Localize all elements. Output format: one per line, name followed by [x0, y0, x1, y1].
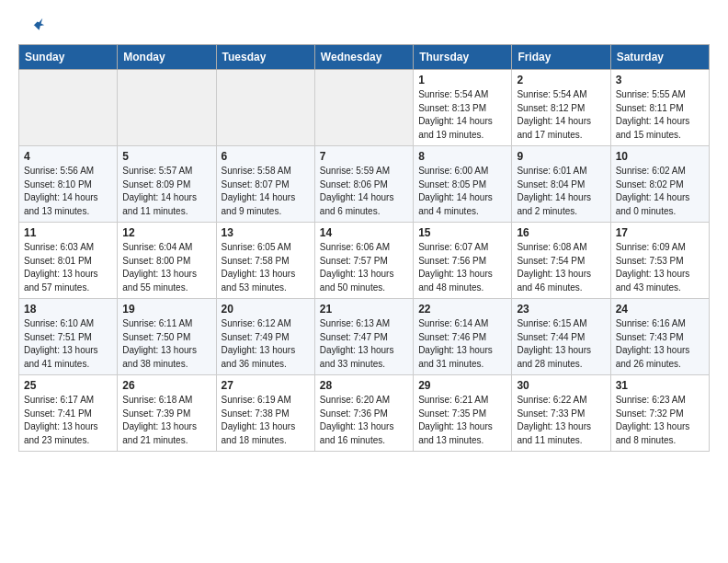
header-sunday: Sunday — [19, 45, 118, 70]
day-number: 8 — [418, 150, 506, 163]
day-number: 28 — [320, 379, 408, 392]
day-info: Sunrise: 6:02 AMSunset: 8:02 PMDaylight:… — [616, 165, 704, 218]
day-number: 18 — [24, 303, 112, 316]
day-info: Sunrise: 6:09 AMSunset: 7:53 PMDaylight:… — [616, 241, 704, 294]
day-number: 3 — [616, 74, 704, 86]
day-info: Sunrise: 6:11 AMSunset: 7:50 PMDaylight:… — [122, 317, 210, 371]
day-info: Sunrise: 6:22 AMSunset: 7:33 PMDaylight:… — [517, 394, 605, 447]
day-info: Sunrise: 6:06 AMSunset: 7:57 PMDaylight:… — [320, 241, 408, 294]
calendar-cell: 1Sunrise: 5:54 AMSunset: 8:13 PMDaylight… — [414, 70, 512, 146]
header-wednesday: Wednesday — [314, 45, 413, 70]
day-info: Sunrise: 6:23 AMSunset: 7:32 PMDaylight:… — [616, 394, 704, 447]
day-number: 29 — [418, 379, 506, 392]
header-saturday: Saturday — [610, 45, 709, 70]
calendar-cell — [19, 70, 118, 146]
calendar-cell: 4Sunrise: 5:56 AMSunset: 8:10 PMDaylight… — [19, 146, 118, 223]
calendar-cell — [216, 70, 314, 146]
svg-marker-0 — [27, 18, 44, 32]
header-monday: Monday — [118, 45, 216, 70]
calendar-cell: 2Sunrise: 5:54 AMSunset: 8:12 PMDaylight… — [512, 70, 610, 146]
day-number: 21 — [320, 303, 408, 316]
day-number: 24 — [616, 303, 704, 316]
day-info: Sunrise: 6:14 AMSunset: 7:46 PMDaylight:… — [418, 317, 506, 371]
day-info: Sunrise: 6:04 AMSunset: 8:00 PMDaylight:… — [122, 241, 210, 294]
day-info: Sunrise: 6:15 AMSunset: 7:44 PMDaylight:… — [517, 317, 605, 371]
day-info: Sunrise: 5:58 AMSunset: 8:07 PMDaylight:… — [222, 165, 310, 218]
calendar-cell: 10Sunrise: 6:02 AMSunset: 8:02 PMDayligh… — [610, 146, 709, 223]
day-number: 6 — [222, 150, 310, 163]
logo — [18, 18, 46, 37]
calendar-cell: 12Sunrise: 6:04 AMSunset: 8:00 PMDayligh… — [118, 223, 216, 299]
logo-bird-icon — [20, 15, 46, 40]
day-info: Sunrise: 6:00 AMSunset: 8:05 PMDaylight:… — [418, 165, 506, 218]
calendar-cell: 15Sunrise: 6:07 AMSunset: 7:56 PMDayligh… — [414, 223, 512, 299]
day-info: Sunrise: 6:07 AMSunset: 7:56 PMDaylight:… — [418, 241, 506, 294]
calendar-cell: 31Sunrise: 6:23 AMSunset: 7:32 PMDayligh… — [610, 375, 709, 452]
day-number: 15 — [418, 226, 506, 239]
calendar-cell: 26Sunrise: 6:18 AMSunset: 7:39 PMDayligh… — [118, 375, 216, 452]
calendar-week-row: 4Sunrise: 5:56 AMSunset: 8:10 PMDaylight… — [19, 146, 710, 223]
calendar-cell: 28Sunrise: 6:20 AMSunset: 7:36 PMDayligh… — [314, 375, 413, 452]
calendar-cell — [118, 70, 216, 146]
calendar-cell: 30Sunrise: 6:22 AMSunset: 7:33 PMDayligh… — [512, 375, 610, 452]
day-number: 23 — [517, 303, 605, 316]
calendar-cell — [314, 70, 413, 146]
calendar-cell: 5Sunrise: 5:57 AMSunset: 8:09 PMDaylight… — [118, 146, 216, 223]
day-number: 26 — [122, 379, 210, 392]
header-thursday: Thursday — [414, 45, 512, 70]
calendar-cell: 7Sunrise: 5:59 AMSunset: 8:06 PMDaylight… — [314, 146, 413, 223]
day-info: Sunrise: 5:54 AMSunset: 8:12 PMDaylight:… — [517, 88, 605, 142]
day-info: Sunrise: 6:10 AMSunset: 7:51 PMDaylight:… — [24, 317, 112, 371]
calendar-cell: 21Sunrise: 6:13 AMSunset: 7:47 PMDayligh… — [314, 299, 413, 375]
day-info: Sunrise: 5:59 AMSunset: 8:06 PMDaylight:… — [320, 165, 408, 218]
calendar-cell: 14Sunrise: 6:06 AMSunset: 7:57 PMDayligh… — [314, 223, 413, 299]
day-number: 22 — [418, 303, 506, 316]
header-friday: Friday — [512, 45, 610, 70]
day-number: 17 — [616, 226, 704, 239]
day-info: Sunrise: 6:21 AMSunset: 7:35 PMDaylight:… — [418, 394, 506, 447]
calendar-cell: 9Sunrise: 6:01 AMSunset: 8:04 PMDaylight… — [512, 146, 610, 223]
day-number: 30 — [517, 379, 605, 392]
day-info: Sunrise: 6:08 AMSunset: 7:54 PMDaylight:… — [517, 241, 605, 294]
day-number: 2 — [517, 74, 605, 86]
day-info: Sunrise: 6:17 AMSunset: 7:41 PMDaylight:… — [24, 394, 112, 447]
day-info: Sunrise: 6:19 AMSunset: 7:38 PMDaylight:… — [222, 394, 310, 447]
day-number: 4 — [24, 150, 112, 163]
day-number: 20 — [222, 303, 310, 316]
calendar-cell: 11Sunrise: 6:03 AMSunset: 8:01 PMDayligh… — [19, 223, 118, 299]
calendar-week-row: 11Sunrise: 6:03 AMSunset: 8:01 PMDayligh… — [19, 223, 710, 299]
calendar-cell: 25Sunrise: 6:17 AMSunset: 7:41 PMDayligh… — [19, 375, 118, 452]
calendar-cell: 3Sunrise: 5:55 AMSunset: 8:11 PMDaylight… — [610, 70, 709, 146]
calendar-cell: 8Sunrise: 6:00 AMSunset: 8:05 PMDaylight… — [414, 146, 512, 223]
calendar-cell: 19Sunrise: 6:11 AMSunset: 7:50 PMDayligh… — [118, 299, 216, 375]
day-info: Sunrise: 6:03 AMSunset: 8:01 PMDaylight:… — [24, 241, 112, 294]
page-header — [18, 15, 710, 37]
header-tuesday: Tuesday — [216, 45, 314, 70]
calendar-cell: 24Sunrise: 6:16 AMSunset: 7:43 PMDayligh… — [610, 299, 709, 375]
day-number: 12 — [122, 226, 210, 239]
calendar-cell: 13Sunrise: 6:05 AMSunset: 7:58 PMDayligh… — [216, 223, 314, 299]
calendar-cell: 16Sunrise: 6:08 AMSunset: 7:54 PMDayligh… — [512, 223, 610, 299]
day-info: Sunrise: 6:12 AMSunset: 7:49 PMDaylight:… — [222, 317, 310, 371]
day-info: Sunrise: 6:16 AMSunset: 7:43 PMDaylight:… — [616, 317, 704, 371]
day-number: 25 — [24, 379, 112, 392]
day-number: 1 — [418, 74, 506, 86]
calendar-header-row: SundayMondayTuesdayWednesdayThursdayFrid… — [19, 45, 710, 70]
calendar-cell: 23Sunrise: 6:15 AMSunset: 7:44 PMDayligh… — [512, 299, 610, 375]
calendar-cell: 22Sunrise: 6:14 AMSunset: 7:46 PMDayligh… — [414, 299, 512, 375]
calendar-week-row: 18Sunrise: 6:10 AMSunset: 7:51 PMDayligh… — [19, 299, 710, 375]
day-info: Sunrise: 6:01 AMSunset: 8:04 PMDaylight:… — [517, 165, 605, 218]
day-number: 11 — [24, 226, 112, 239]
day-number: 27 — [222, 379, 310, 392]
calendar-cell: 6Sunrise: 5:58 AMSunset: 8:07 PMDaylight… — [216, 146, 314, 223]
day-number: 10 — [616, 150, 704, 163]
calendar-week-row: 25Sunrise: 6:17 AMSunset: 7:41 PMDayligh… — [19, 375, 710, 452]
day-info: Sunrise: 5:55 AMSunset: 8:11 PMDaylight:… — [616, 88, 704, 142]
day-info: Sunrise: 5:56 AMSunset: 8:10 PMDaylight:… — [24, 165, 112, 218]
day-info: Sunrise: 6:18 AMSunset: 7:39 PMDaylight:… — [122, 394, 210, 447]
day-info: Sunrise: 5:57 AMSunset: 8:09 PMDaylight:… — [122, 165, 210, 218]
calendar-cell: 18Sunrise: 6:10 AMSunset: 7:51 PMDayligh… — [19, 299, 118, 375]
day-number: 19 — [122, 303, 210, 316]
day-number: 7 — [320, 150, 408, 163]
day-info: Sunrise: 5:54 AMSunset: 8:13 PMDaylight:… — [418, 88, 506, 142]
